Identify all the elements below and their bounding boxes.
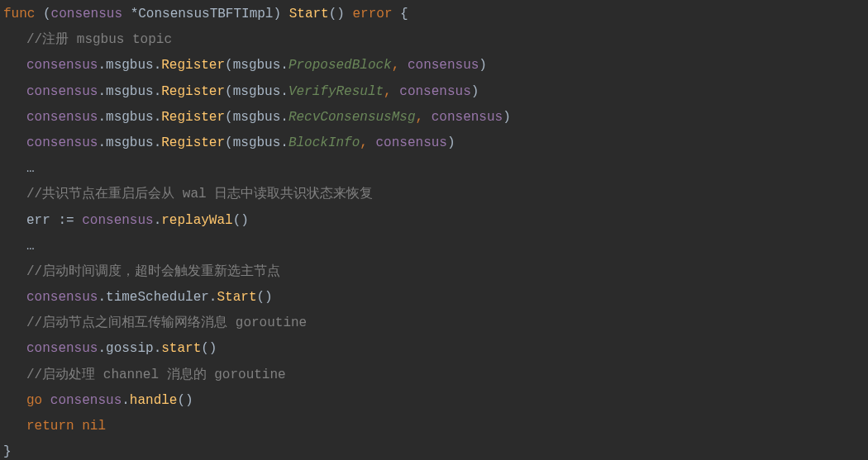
space (345, 7, 353, 21)
close-paren: ) (479, 58, 487, 73)
handle-method: handle (130, 393, 178, 408)
verify-result-type: VerifyResult (289, 84, 384, 99)
start-method: Start (217, 290, 256, 305)
code-line-3: consensus.msgbus.Register(msgbus.Propose… (3, 53, 865, 78)
code-block: func (consensus *ConsensusTBFTImpl) Star… (0, 0, 868, 460)
consensus-ref: consensus (26, 84, 98, 99)
code-line-18: } (3, 439, 865, 460)
start-method-name: Start (289, 7, 329, 21)
err-variable: err (26, 213, 58, 228)
type-name: ConsensusTBFTImpl (138, 7, 273, 21)
dot: . (154, 110, 162, 125)
msgbus-field: msgbus (106, 135, 154, 150)
dot: . (98, 135, 106, 150)
register-method: Register (161, 110, 225, 125)
consensus-ref: consensus (26, 341, 98, 356)
consensus-ref: consensus (82, 213, 153, 228)
register-method: Register (161, 58, 225, 73)
register-method: Register (161, 84, 225, 99)
assign-operator: := (58, 213, 74, 228)
comma: , (392, 58, 408, 73)
code-line-4: consensus.msgbus.Register(msgbus.VerifyR… (3, 79, 865, 105)
close-paren: ) (471, 84, 479, 99)
dot: . (154, 84, 162, 99)
code-line-9: err := consensus.replayWal() (3, 208, 865, 234)
code-line-6: consensus.msgbus.Register(msgbus.BlockIn… (3, 130, 865, 156)
close-paren: ) (273, 7, 289, 21)
nil-keyword: nil (74, 419, 106, 434)
close-paren: ) (503, 110, 511, 125)
comment-text: //共识节点在重启后会从 wal 日志中读取共识状态来恢复 (26, 187, 373, 202)
comma: , (416, 110, 432, 125)
gossip-field: gossip (106, 341, 154, 356)
consensus-arg: consensus (432, 110, 503, 125)
consensus-ref: consensus (26, 58, 98, 73)
pointer-star: * (122, 7, 138, 21)
consensus-ref: consensus (26, 135, 98, 150)
comment-text: //启动处理 channel 消息的 goroutine (26, 368, 286, 382)
start-lower-method: start (161, 341, 201, 356)
dot: . (98, 58, 106, 73)
comment-text: //启动时间调度，超时会触发重新选主节点 (26, 264, 280, 279)
empty-parens: () (329, 7, 345, 21)
code-line-10: … (3, 234, 865, 259)
code-line-2: //注册 msgbus topic (3, 27, 865, 53)
open-paren: ( (225, 84, 233, 99)
msgbus-field: msgbus (106, 110, 154, 125)
close-paren: ) (447, 135, 455, 150)
empty-parens: () (256, 290, 272, 305)
dot: . (154, 58, 162, 73)
dot: . (280, 58, 289, 73)
code-line-1: func (consensus *ConsensusTBFTImpl) Star… (3, 2, 865, 27)
code-line-7: … (3, 156, 865, 182)
open-paren: ( (225, 58, 233, 73)
empty-parens: () (233, 213, 249, 228)
dot: . (280, 84, 289, 99)
code-line-13: //启动节点之间相互传输网络消息 goroutine (3, 311, 865, 336)
comment-text: //启动节点之间相互传输网络消息 goroutine (26, 315, 307, 330)
timescheduler-field: timeScheduler (106, 290, 209, 305)
open-paren: ( (225, 135, 233, 150)
msgbus-pkg: msgbus (233, 110, 281, 125)
code-line-14: consensus.gossip.start() (3, 336, 865, 362)
consensus-ref: consensus (26, 110, 98, 125)
return-keyword: return (26, 419, 74, 434)
consensus-param: consensus (51, 7, 122, 21)
dot: . (154, 135, 162, 150)
register-method: Register (161, 135, 225, 150)
consensus-arg: consensus (399, 84, 470, 99)
comment-text: //注册 msgbus topic (26, 32, 172, 47)
dot: . (98, 110, 106, 125)
ellipsis: … (26, 239, 35, 254)
msgbus-field: msgbus (106, 58, 154, 73)
close-brace: } (3, 444, 12, 459)
space (42, 393, 50, 408)
code-line-12: consensus.timeScheduler.Start() (3, 285, 865, 311)
consensus-arg: consensus (408, 58, 479, 73)
code-line-15: //启动处理 channel 消息的 goroutine (3, 363, 865, 388)
open-paren: ( (35, 7, 50, 21)
code-line-5: consensus.msgbus.Register(msgbus.RecvCon… (3, 105, 865, 130)
msgbus-pkg: msgbus (233, 135, 281, 150)
dot: . (280, 110, 289, 125)
msgbus-pkg: msgbus (233, 84, 281, 99)
block-info-type: BlockInfo (289, 135, 360, 150)
code-line-16: go consensus.handle() (3, 388, 865, 414)
ellipsis: … (26, 161, 35, 176)
dot: . (122, 393, 130, 408)
comma: , (360, 135, 375, 150)
func-keyword: func (3, 7, 35, 21)
code-line-17: return nil (3, 414, 865, 439)
code-line-8: //共识节点在重启后会从 wal 日志中读取共识状态来恢复 (3, 182, 865, 207)
error-type: error (353, 7, 393, 21)
proposed-block-type: ProposedBlock (289, 58, 392, 73)
consensus-ref: consensus (26, 290, 98, 305)
replaywal-method: replayWal (161, 213, 232, 228)
consensus-ref: consensus (50, 393, 122, 408)
dot: . (154, 341, 162, 356)
dot: . (98, 341, 106, 356)
dot: . (154, 213, 162, 228)
code-line-11: //启动时间调度，超时会触发重新选主节点 (3, 259, 865, 285)
msgbus-field: msgbus (106, 84, 154, 99)
dot: . (280, 135, 289, 150)
